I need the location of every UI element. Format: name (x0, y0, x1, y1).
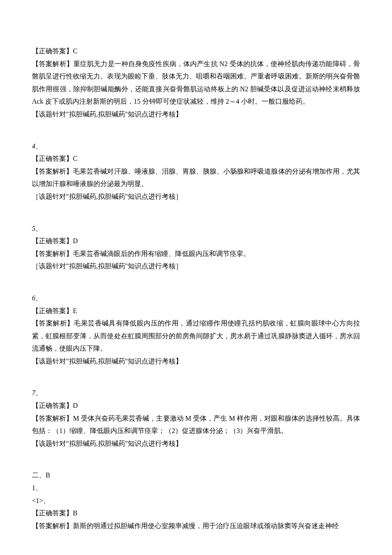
question-number: 5、 (32, 222, 360, 235)
answer-block-3: 【正确答案】C 【答案解析】重症肌无力是一种自身免疫性疾病，体内产生抗 N2 受… (32, 45, 360, 121)
sub-question-number: 1、 (32, 482, 360, 494)
correct-answer: 【正确答案】C (32, 45, 360, 58)
correct-answer: 【正确答案】D (32, 399, 360, 412)
correct-answer: 【正确答案】C (32, 152, 360, 165)
question-number: 6、 (32, 292, 360, 305)
answer-block-6: 6、 【正确答案】E 【答案解析】毛果芸香碱具有降低眼内压的作用，通过缩瞳作用使… (32, 292, 360, 368)
answer-block-5: 5、 【正确答案】D 【答案解析】毛果芸香碱滴眼后的作用有缩瞳、降低眼内压和调节… (32, 222, 360, 273)
knowledge-point-note: ［该题针对"拟胆碱药,拟胆碱药"知识点进行考核］ (32, 190, 360, 203)
answer-analysis: 【答案解析】M 受体兴奋药毛果芸香碱，主要激动 M 受体，产生 M 样作用，对眼… (32, 412, 360, 437)
knowledge-point-note: ［该题针对"拟胆碱药,拟胆碱药"知识点进行考核］ (32, 260, 360, 273)
answer-analysis: 【答案解析】毛果芸香碱对汗腺、唾液腺、泪腺、胃腺、胰腺、小肠腺和呼吸道腺体的分泌… (32, 165, 360, 190)
correct-answer: 【正确答案】E (32, 305, 360, 317)
correct-answer: 【正确答案】D (32, 235, 360, 247)
sub-sub-question-number: <1>、 (32, 494, 360, 507)
answer-analysis: 【答案解析】新斯的明通过拟胆碱作用使心室频率减慢，用于治疗压迫眼球或颈动脉窦等兴… (32, 520, 360, 532)
knowledge-point-note: 【该题针对"拟胆碱药,拟胆碱药"知识点进行考核】 (32, 108, 360, 121)
answer-analysis: 【答案解析】重症肌无力是一种自身免疫性疾病，体内产生抗 N2 受体的抗体，使神经… (32, 58, 360, 108)
question-number: 4、 (32, 140, 360, 153)
answer-block-4: 4、 【正确答案】C 【答案解析】毛果芸香碱对汗腺、唾液腺、泪腺、胃腺、胰腺、小… (32, 140, 360, 203)
correct-answer: 【正确答案】B (32, 507, 360, 520)
question-number: 7、 (32, 386, 360, 399)
knowledge-point-note: 【该题针对"拟胆碱药,拟胆碱药"知识点进行考核】 (32, 355, 360, 368)
answer-block-7: 7、 【正确答案】D 【答案解析】M 受体兴奋药毛果芸香碱，主要激动 M 受体，… (32, 386, 360, 450)
section-b-header: 二、B (32, 469, 360, 482)
answer-analysis: 【答案解析】毛果芸香碱滴眼后的作用有缩瞳、降低眼内压和调节痉挛。 (32, 247, 360, 260)
answer-analysis: 【答案解析】毛果芸香碱具有降低眼内压的作用，通过缩瞳作用使瞳孔括约肌收缩，虹膜向… (32, 317, 360, 355)
knowledge-point-note: 【该题针对"拟胆碱药,拟胆碱药"知识点进行考核】 (32, 437, 360, 450)
